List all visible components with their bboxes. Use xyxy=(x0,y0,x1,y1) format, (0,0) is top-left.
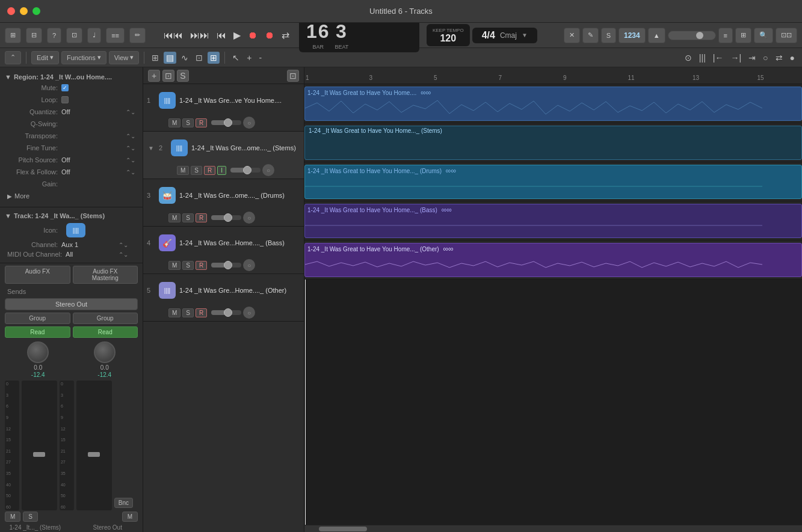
cursor-btn[interactable]: ↖ xyxy=(230,52,242,64)
quantize-arrow[interactable]: ⌃⌄ xyxy=(126,109,135,115)
track-fader-5[interactable] xyxy=(211,310,241,315)
zoom-fit-btn[interactable]: ⊙ xyxy=(682,52,694,64)
mixer2-btn[interactable]: ⊡⊡ xyxy=(776,28,797,43)
read-btn2[interactable]: Read xyxy=(73,326,138,338)
volume-dial-5[interactable]: ○ xyxy=(243,307,255,319)
track-icon-5[interactable]: |||| xyxy=(159,282,176,299)
audio-fx-btn2[interactable]: Audio FX Mastering xyxy=(73,266,138,284)
fast-forward-btn[interactable]: ⏭⏭ xyxy=(188,30,212,41)
track-inspector-header[interactable]: ▼ Track: 1-24 _It Wa..._ (Stems) xyxy=(0,211,143,221)
loop-checkbox[interactable] xyxy=(61,96,69,103)
tempo-value[interactable]: 120 xyxy=(440,33,456,44)
record-btn-2[interactable]: R xyxy=(204,166,215,175)
solo-btn-5[interactable]: S xyxy=(182,308,194,317)
mute-btn-4[interactable]: M xyxy=(168,261,180,270)
mixer-btn[interactable]: ≡≡ xyxy=(106,28,125,43)
scrollbar-thumb[interactable] xyxy=(319,527,367,531)
mute-btn-mixer2[interactable]: M xyxy=(122,512,138,522)
quantize-value[interactable]: Off xyxy=(61,108,70,115)
add-track-btn[interactable]: + xyxy=(244,52,254,64)
solo-btn-2[interactable]: S xyxy=(191,166,202,175)
transpose-arrow[interactable]: ⌃⌄ xyxy=(126,133,135,139)
fader-knob-4[interactable] xyxy=(224,261,232,269)
time-sig[interactable]: 4/4 xyxy=(482,30,495,41)
fader-knob-1[interactable] xyxy=(224,118,232,127)
track-icon-display[interactable]: |||| xyxy=(66,223,85,237)
track-icon-4[interactable]: 🎸 xyxy=(159,234,176,251)
wave-track-1[interactable]: 1-24 _It Was Great to Have You Home.... … xyxy=(304,84,802,123)
wave-btn[interactable]: ∿ xyxy=(179,52,191,64)
channel-value[interactable]: Aux 1 xyxy=(61,241,78,248)
wave-region-5[interactable]: 1-24 _It Was Great to Have You Home..._ … xyxy=(304,243,802,277)
track-fader-4[interactable] xyxy=(211,263,241,268)
tempo-display[interactable]: KEEP TEMPO 120 xyxy=(427,24,470,46)
audio-fx-btn[interactable]: Audio FX xyxy=(5,266,70,284)
mute-btn-1[interactable]: M xyxy=(168,118,180,127)
list-btn[interactable]: ≡ xyxy=(718,28,733,43)
fader-knob-2[interactable] xyxy=(243,166,251,174)
mute-btn-2[interactable]: M xyxy=(177,166,189,175)
solo-btn-1[interactable]: S xyxy=(182,118,194,127)
wave-region-1[interactable]: 1-24 _It Was Great to Have You Home.... … xyxy=(304,87,802,121)
view-menu[interactable]: View ▾ xyxy=(109,51,140,64)
return-btn[interactable]: ⏮ xyxy=(214,30,229,41)
spectrum-btn[interactable]: ⊡ xyxy=(193,52,205,64)
fader-knob-3[interactable] xyxy=(224,213,232,222)
wave-track-4[interactable]: 1-24 _It Was Great to Have You Home..._ … xyxy=(304,201,802,240)
record-btn-4[interactable]: R xyxy=(196,261,207,270)
grid-view-btn[interactable]: ⊞ xyxy=(149,52,161,64)
midi-arrow[interactable]: ⌃⌄ xyxy=(119,251,135,258)
volume-dial-3[interactable]: ○ xyxy=(243,212,255,224)
cycle-btn[interactable]: ⇄ xyxy=(279,29,292,41)
swap-btn[interactable]: ⇄ xyxy=(773,52,785,64)
search-icon[interactable]: 🔍 xyxy=(754,28,773,43)
collapse-all-btn[interactable]: ⊡ xyxy=(287,70,299,82)
solo-btn-4[interactable]: S xyxy=(182,261,194,270)
media-browser-btn[interactable]: ⊞ xyxy=(5,28,21,43)
rewind-btn[interactable]: ⏮⏮ xyxy=(161,30,185,41)
lcd-btn[interactable]: ⊡ xyxy=(66,28,82,43)
track-icon-3[interactable]: 🥁 xyxy=(159,187,176,204)
mute-checkbox[interactable]: ✓ xyxy=(61,84,69,91)
bar-value[interactable]: 16 xyxy=(306,20,330,43)
fader-track1[interactable] xyxy=(22,381,57,510)
channel-arrow[interactable]: ⌃⌄ xyxy=(119,242,135,248)
input-btn-2[interactable]: I xyxy=(217,166,226,175)
maximize-button[interactable] xyxy=(32,7,40,15)
beat-value[interactable]: 3 xyxy=(336,20,348,43)
settings-btn[interactable]: ⊟ xyxy=(26,28,42,43)
region-inspector-header[interactable]: ▼ Region: 1-24 _It W...ou Home.... xyxy=(0,72,143,82)
horizontal-scrollbar[interactable] xyxy=(304,525,802,532)
capture-btn[interactable]: ⏺ xyxy=(262,30,277,41)
dot-btn[interactable]: ● xyxy=(788,52,797,64)
fold-btn[interactable]: ⌃ xyxy=(5,51,21,64)
flex-btn[interactable]: ⊞ xyxy=(208,52,220,64)
record-btn-3[interactable]: R xyxy=(196,213,207,222)
solo-btn-mixer[interactable]: S xyxy=(23,512,38,522)
flex-follow-arrow[interactable]: ⌃⌄ xyxy=(126,169,135,176)
fader-track2[interactable] xyxy=(76,381,112,510)
wave-track-5[interactable]: 1-24 _It Was Great to Have You Home..._ … xyxy=(304,240,802,280)
solo-btn-3[interactable]: S xyxy=(182,213,194,222)
close-icon-btn[interactable]: ✕ xyxy=(564,28,580,43)
functions-menu[interactable]: Functions ▾ xyxy=(61,51,106,64)
flex-follow-value[interactable]: Off xyxy=(61,168,70,176)
minimize-button[interactable] xyxy=(20,7,28,15)
volume-dial-4[interactable]: ○ xyxy=(243,259,255,271)
minus-btn[interactable]: - xyxy=(257,52,265,64)
wave-region-2[interactable]: 1-24 _It Was Great to Have You Home..._ … xyxy=(304,126,802,160)
midi-btn[interactable]: 1234 xyxy=(618,28,646,43)
record-btn-1[interactable]: R xyxy=(196,118,207,127)
stem-btn[interactable]: S xyxy=(177,70,189,82)
track-fader-2[interactable] xyxy=(230,168,261,173)
pencil2-btn[interactable]: ✎ xyxy=(582,28,599,43)
metronome-btn[interactable]: ♩ xyxy=(87,28,101,43)
mute-btn-5[interactable]: M xyxy=(168,308,180,317)
signature-display[interactable]: 4/4 Cmaj ▼ xyxy=(472,28,537,43)
waveform-btn[interactable]: ||| xyxy=(697,52,708,64)
pencil-btn[interactable]: ✏ xyxy=(129,28,146,43)
key-sig[interactable]: Cmaj xyxy=(500,31,517,40)
bnc-button[interactable]: Bnc xyxy=(114,498,133,508)
list-view-btn[interactable]: ▤ xyxy=(164,52,176,64)
group-btn2[interactable]: Group xyxy=(73,313,138,324)
